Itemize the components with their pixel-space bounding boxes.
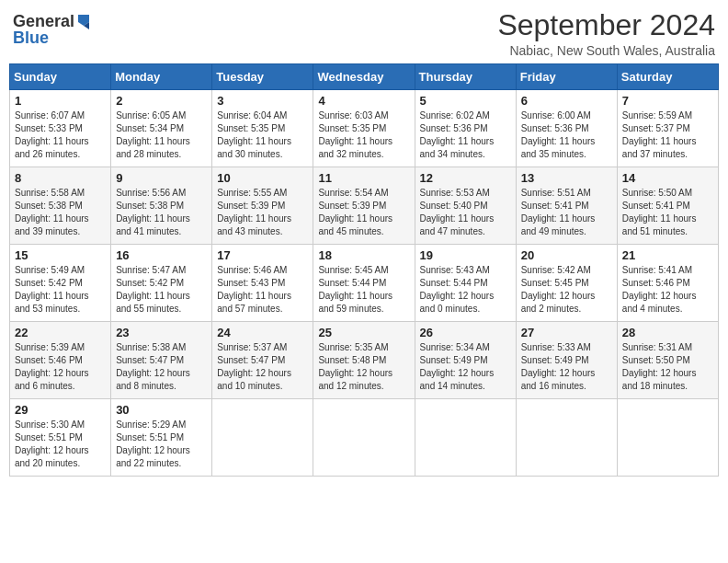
table-row: 26 Sunrise: 5:34 AMSunset: 5:49 PMDaylig…	[415, 322, 516, 399]
day-number: 9	[116, 171, 207, 185]
day-number: 4	[318, 94, 409, 108]
day-info: Sunrise: 6:05 AMSunset: 5:34 PMDaylight:…	[116, 110, 190, 159]
day-number: 1	[15, 94, 106, 108]
table-row: 8 Sunrise: 5:58 AMSunset: 5:38 PMDayligh…	[10, 167, 111, 245]
day-info: Sunrise: 6:00 AMSunset: 5:36 PMDaylight:…	[521, 110, 596, 159]
table-row: 6 Sunrise: 6:00 AMSunset: 5:36 PMDayligh…	[516, 90, 617, 167]
table-row: 9 Sunrise: 5:56 AMSunset: 5:38 PMDayligh…	[111, 167, 212, 245]
day-number: 16	[116, 248, 207, 262]
day-number: 7	[622, 94, 713, 108]
day-info: Sunrise: 5:30 AMSunset: 5:51 PMDaylight:…	[15, 419, 89, 468]
day-number: 3	[217, 94, 308, 108]
day-info: Sunrise: 5:53 AMSunset: 5:40 PMDaylight:…	[420, 188, 495, 236]
day-number: 20	[521, 248, 612, 262]
day-info: Sunrise: 5:35 AMSunset: 5:48 PMDaylight:…	[318, 342, 392, 391]
day-info: Sunrise: 5:37 AMSunset: 5:47 PMDaylight:…	[217, 342, 291, 391]
title-block: September 2024 Nabiac, New South Wales, …	[497, 9, 715, 58]
calendar-header-row: Sunday Monday Tuesday Wednesday Thursday…	[10, 64, 719, 90]
table-row: 29 Sunrise: 5:30 AMSunset: 5:51 PMDaylig…	[10, 399, 111, 477]
day-number: 5	[420, 94, 511, 108]
table-row: 22 Sunrise: 5:39 AMSunset: 5:46 PMDaylig…	[10, 322, 111, 399]
day-number: 15	[15, 248, 106, 262]
day-number: 14	[622, 171, 713, 185]
day-info: Sunrise: 5:56 AMSunset: 5:38 PMDaylight:…	[116, 188, 190, 236]
logo: General Blue	[13, 13, 91, 46]
day-number: 21	[622, 248, 713, 262]
table-row: 10 Sunrise: 5:55 AMSunset: 5:39 PMDaylig…	[212, 167, 313, 245]
logo-flag-icon	[76, 13, 91, 29]
calendar-week-row: 8 Sunrise: 5:58 AMSunset: 5:38 PMDayligh…	[10, 167, 719, 245]
table-row: 20 Sunrise: 5:42 AMSunset: 5:45 PMDaylig…	[516, 245, 617, 322]
day-number: 28	[622, 326, 713, 339]
table-row: 19 Sunrise: 5:43 AMSunset: 5:44 PMDaylig…	[415, 245, 516, 322]
day-number: 22	[15, 326, 106, 339]
day-info: Sunrise: 5:59 AMSunset: 5:37 PMDaylight:…	[622, 110, 697, 159]
table-row: 24 Sunrise: 5:37 AMSunset: 5:47 PMDaylig…	[212, 322, 313, 399]
day-info: Sunrise: 6:02 AMSunset: 5:36 PMDaylight:…	[420, 110, 495, 159]
table-row: 1 Sunrise: 6:07 AMSunset: 5:33 PMDayligh…	[10, 90, 111, 167]
day-info: Sunrise: 5:38 AMSunset: 5:47 PMDaylight:…	[116, 342, 190, 391]
col-thursday: Thursday	[415, 64, 516, 90]
col-friday: Friday	[516, 64, 617, 90]
day-number: 8	[15, 171, 106, 185]
day-info: Sunrise: 6:07 AMSunset: 5:33 PMDaylight:…	[15, 110, 89, 159]
day-info: Sunrise: 6:03 AMSunset: 5:35 PMDaylight:…	[318, 110, 392, 159]
day-number: 17	[217, 248, 308, 262]
day-number: 18	[318, 248, 409, 262]
logo-general-text: General	[13, 13, 74, 29]
day-info: Sunrise: 5:47 AMSunset: 5:42 PMDaylight:…	[116, 265, 190, 314]
day-number: 23	[116, 326, 207, 339]
day-info: Sunrise: 5:42 AMSunset: 5:45 PMDaylight:…	[521, 265, 596, 314]
day-info: Sunrise: 5:54 AMSunset: 5:39 PMDaylight:…	[318, 188, 392, 236]
day-info: Sunrise: 5:33 AMSunset: 5:49 PMDaylight:…	[521, 342, 596, 391]
calendar-week-row: 22 Sunrise: 5:39 AMSunset: 5:46 PMDaylig…	[10, 322, 719, 399]
day-number: 26	[420, 326, 511, 339]
day-info: Sunrise: 5:51 AMSunset: 5:41 PMDaylight:…	[521, 188, 596, 236]
day-info: Sunrise: 5:50 AMSunset: 5:41 PMDaylight:…	[622, 188, 697, 236]
table-row: 14 Sunrise: 5:50 AMSunset: 5:41 PMDaylig…	[617, 167, 718, 245]
day-info: Sunrise: 5:29 AMSunset: 5:51 PMDaylight:…	[116, 419, 190, 468]
table-row: 25 Sunrise: 5:35 AMSunset: 5:48 PMDaylig…	[313, 322, 415, 399]
table-row: 3 Sunrise: 6:04 AMSunset: 5:35 PMDayligh…	[212, 90, 313, 167]
table-row: 16 Sunrise: 5:47 AMSunset: 5:42 PMDaylig…	[111, 245, 212, 322]
col-sunday: Sunday	[10, 64, 111, 90]
table-row: 23 Sunrise: 5:38 AMSunset: 5:47 PMDaylig…	[111, 322, 212, 399]
table-row: 11 Sunrise: 5:54 AMSunset: 5:39 PMDaylig…	[313, 167, 415, 245]
table-row: 13 Sunrise: 5:51 AMSunset: 5:41 PMDaylig…	[516, 167, 617, 245]
day-number: 24	[217, 326, 308, 339]
table-row	[212, 399, 313, 477]
day-info: Sunrise: 5:43 AMSunset: 5:44 PMDaylight:…	[420, 265, 495, 314]
day-number: 25	[318, 326, 409, 339]
table-row: 15 Sunrise: 5:49 AMSunset: 5:42 PMDaylig…	[10, 245, 111, 322]
day-number: 29	[15, 403, 106, 417]
day-info: Sunrise: 6:04 AMSunset: 5:35 PMDaylight:…	[217, 110, 291, 159]
day-number: 30	[116, 403, 207, 417]
table-row: 4 Sunrise: 6:03 AMSunset: 5:35 PMDayligh…	[313, 90, 415, 167]
table-row: 12 Sunrise: 5:53 AMSunset: 5:40 PMDaylig…	[415, 167, 516, 245]
table-row: 28 Sunrise: 5:31 AMSunset: 5:50 PMDaylig…	[617, 322, 718, 399]
logo-blue-text: Blue	[13, 29, 49, 46]
table-row	[415, 399, 516, 477]
calendar-week-row: 29 Sunrise: 5:30 AMSunset: 5:51 PMDaylig…	[10, 399, 719, 477]
day-number: 12	[420, 171, 511, 185]
day-number: 6	[521, 94, 612, 108]
col-wednesday: Wednesday	[313, 64, 415, 90]
calendar-week-row: 15 Sunrise: 5:49 AMSunset: 5:42 PMDaylig…	[10, 245, 719, 322]
table-row	[617, 399, 718, 477]
day-number: 10	[217, 171, 308, 185]
table-row: 18 Sunrise: 5:45 AMSunset: 5:44 PMDaylig…	[313, 245, 415, 322]
table-row: 17 Sunrise: 5:46 AMSunset: 5:43 PMDaylig…	[212, 245, 313, 322]
day-info: Sunrise: 5:41 AMSunset: 5:46 PMDaylight:…	[622, 265, 697, 314]
table-row: 5 Sunrise: 6:02 AMSunset: 5:36 PMDayligh…	[415, 90, 516, 167]
day-info: Sunrise: 5:55 AMSunset: 5:39 PMDaylight:…	[217, 188, 291, 236]
col-tuesday: Tuesday	[212, 64, 313, 90]
table-row: 30 Sunrise: 5:29 AMSunset: 5:51 PMDaylig…	[111, 399, 212, 477]
day-number: 19	[420, 248, 511, 262]
page-header: General Blue September 2024 Nabiac, New …	[9, 9, 719, 58]
table-row	[516, 399, 617, 477]
day-info: Sunrise: 5:34 AMSunset: 5:49 PMDaylight:…	[420, 342, 495, 391]
day-info: Sunrise: 5:58 AMSunset: 5:38 PMDaylight:…	[15, 188, 89, 236]
table-row: 27 Sunrise: 5:33 AMSunset: 5:49 PMDaylig…	[516, 322, 617, 399]
table-row: 7 Sunrise: 5:59 AMSunset: 5:37 PMDayligh…	[617, 90, 718, 167]
day-number: 27	[521, 326, 612, 339]
